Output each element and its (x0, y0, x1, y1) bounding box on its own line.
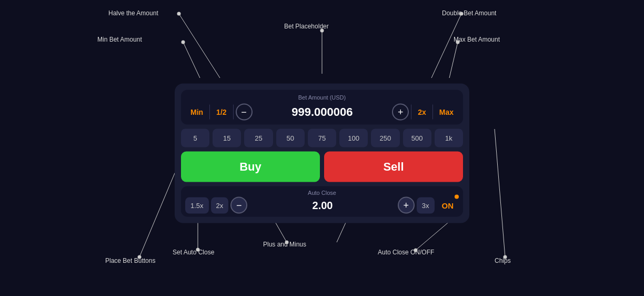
bet-widget: Bet Amount (USD) Min 1/2 − 999.000006 + … (175, 84, 469, 223)
svg-point-3 (182, 41, 185, 44)
ac-multiplier-1-5[interactable]: 1.5x (185, 197, 209, 213)
divider-4 (432, 105, 433, 120)
plus-and-minus-label: Plus and Minus (263, 241, 306, 248)
ac-value-display: 2.00 (249, 199, 395, 211)
buy-button[interactable]: Buy (181, 152, 320, 182)
bet-amount-section: Bet Amount (USD) Min 1/2 − 999.000006 + … (181, 90, 463, 125)
max-button[interactable]: Max (435, 106, 458, 119)
ac-multiplier-3[interactable]: 3x (417, 197, 435, 213)
ac-increase-button[interactable]: + (398, 197, 415, 214)
svg-line-6 (431, 14, 461, 78)
divider-2 (233, 105, 234, 120)
double-button[interactable]: 2x (414, 106, 430, 119)
min-button[interactable]: Min (186, 106, 207, 119)
max-bet-amount-label: Max Bet Amount (454, 36, 500, 43)
chip-5[interactable]: 5 (181, 129, 209, 147)
chip-15[interactable]: 15 (213, 129, 241, 147)
chips-row: 5 15 25 50 75 100 250 500 1k (181, 129, 463, 147)
sell-button[interactable]: Sell (324, 152, 463, 182)
auto-close-on-off-label: Auto Close ON/OFF (378, 249, 434, 256)
buy-sell-row: Buy Sell (181, 152, 463, 182)
double-bet-amount-label: Double Bet Amount (442, 9, 496, 17)
svg-line-0 (179, 14, 220, 78)
chip-25[interactable]: 25 (244, 129, 273, 147)
ac-multiplier-2[interactable]: 2x (211, 197, 229, 213)
bet-amount-row: Min 1/2 − 999.000006 + 2x Max (186, 104, 458, 121)
place-bet-buttons-label: Place Bet Buttons (105, 257, 155, 264)
svg-line-19 (495, 129, 505, 257)
ac-on-label: ON (442, 201, 454, 210)
set-auto-close-label: Set Auto Close (173, 249, 214, 256)
chips-label: Chips (495, 257, 511, 264)
ac-decrease-button[interactable]: − (230, 197, 247, 214)
bet-value-display: 999.000006 (255, 105, 390, 119)
chip-250[interactable]: 250 (371, 129, 399, 147)
svg-line-2 (183, 42, 200, 78)
ac-on-off-button[interactable]: ON (437, 198, 459, 213)
decrease-button[interactable]: − (236, 104, 253, 121)
chip-500[interactable]: 500 (403, 129, 431, 147)
auto-close-section: Auto Close 1.5x 2x − 2.00 + 3x ON (181, 186, 463, 217)
divider-1 (209, 105, 210, 120)
auto-close-label: Auto Close (185, 190, 459, 196)
min-bet-amount-label: Min Bet Amount (97, 36, 142, 43)
svg-line-10 (139, 163, 179, 257)
svg-line-8 (449, 42, 458, 78)
divider-3 (411, 105, 411, 120)
svg-point-1 (177, 12, 181, 16)
chip-75[interactable]: 75 (308, 129, 336, 147)
chip-50[interactable]: 50 (276, 129, 305, 147)
ac-on-dot (455, 194, 459, 199)
increase-button[interactable]: + (392, 104, 409, 121)
chip-100[interactable]: 100 (339, 129, 368, 147)
chip-1k[interactable]: 1k (435, 129, 463, 147)
halve-the-amount-label: Halve the Amount (108, 9, 158, 17)
auto-close-row: 1.5x 2x − 2.00 + 3x ON (185, 197, 459, 214)
bet-placeholder-label: Bet Placeholder (284, 23, 329, 30)
bet-amount-label: Bet Amount (USD) (186, 94, 458, 101)
half-button[interactable]: 1/2 (212, 106, 230, 119)
